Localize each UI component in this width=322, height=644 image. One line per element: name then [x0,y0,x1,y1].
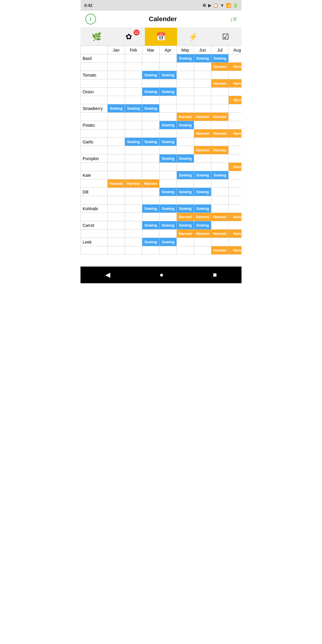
cell-kale-jul-row0: Sowing [211,171,229,179]
plant-name-cell [81,129,108,138]
plant-name-cell: Onion [81,88,108,96]
table-row: KaleSowingSowingSowing [81,171,242,179]
cell-strawberry-apr-row0 [160,104,177,113]
app-header: i Calender ↓≡ [80,11,242,28]
cell-kale-jul-row1 [211,179,229,188]
plant-name-cell [81,79,108,88]
cell-tomato-apr-row0: Sowing [160,71,177,79]
cell-onion-jan-row0 [108,88,125,96]
cell-kale-jan-row1: Harvest [108,179,125,188]
tab-alerts[interactable]: ✿ 12 [113,28,145,46]
table-row: HarvestHarvestHarvest [81,113,242,121]
plant-name-cell: Basil [81,54,108,63]
cell-kohlrabi-may-row0: Sowing [177,205,194,213]
cell-pumpkin-jun-row0 [194,154,211,163]
month-jan: Jan [108,46,125,54]
cell-dill-jun-row0: Sowing [194,188,211,196]
sort-button[interactable]: ↓≡ [230,15,237,23]
back-button[interactable]: ◀ [99,269,116,281]
cell-garlic-apr-row1 [160,146,177,154]
cell-onion-aug-row0 [229,88,242,96]
cell-kohlrabi-aug-row0 [229,205,242,213]
table-row: OnionSowingSowing [81,88,242,96]
table-row: HarvestHarvestHarvest [81,179,242,188]
cell-dill-mar-row1 [142,196,160,205]
cell-tomato-jan-row1 [108,79,125,88]
plant-name-cell: Tomato [81,71,108,79]
cell-pumpkin-jan-row0 [108,154,125,163]
plant-icon: 🌿 [92,32,101,41]
tab-plant[interactable]: 🌿 [80,28,113,46]
table-row: LeekSowingSowing [81,238,242,246]
cell-carrot-mar-row0: Sowing [142,221,160,230]
cell-pumpkin-jul-row0 [211,154,229,163]
cell-dill-mar-row0 [142,188,160,196]
info-button[interactable]: i [85,14,96,24]
cell-potato-jan-row1 [108,129,125,138]
signal-icon: 📶 [226,3,231,8]
cell-dill-jul-row1 [211,196,229,205]
cell-kale-mar-row1: Harvest [142,179,160,188]
cell-carrot-aug-row1: Harv [229,230,242,238]
cell-onion-may-row1 [177,96,194,104]
cell-kohlrabi-jun-row1: Harvest [194,213,211,221]
table-row: StrawberrySowingSowingSowing [81,104,242,113]
cell-kohlrabi-jul-row0 [211,205,229,213]
cell-potato-jan-row0 [108,121,125,129]
tab-tasks[interactable]: ☑ [209,28,242,46]
table-row: HarvestHarvestHarv [81,129,242,138]
watering-icon: ⚡ [188,32,198,41]
home-button[interactable]: ● [154,269,169,281]
plant-name-cell [81,213,108,221]
cell-garlic-jul-row1: Harvest [211,146,229,154]
page-title: Calender [149,15,177,23]
status-bar: 4:42 ⚙ ▶ 📋 ▼ 📶 🔋 [80,0,242,11]
cell-onion-apr-row1 [160,96,177,104]
cell-kohlrabi-jan-row0 [108,205,125,213]
cell-kale-aug-row0 [229,171,242,179]
table-row: GarlicSowingSowingSowing [81,138,242,146]
cell-dill-apr-row0: Sowing [160,188,177,196]
cell-strawberry-jul-row0 [211,104,229,113]
table-row: Harv [81,96,242,104]
cell-dill-may-row1 [177,196,194,205]
month-apr: Apr [160,46,177,54]
cell-onion-feb-row0 [125,88,142,96]
cell-strawberry-may-row0 [177,104,194,113]
recent-button[interactable]: ■ [207,269,223,281]
cell-kale-apr-row1 [160,179,177,188]
plant-name-cell [81,163,108,171]
cell-kale-aug-row1 [229,179,242,188]
cell-garlic-jun-row0 [194,138,211,146]
cell-tomato-apr-row1 [160,79,177,88]
cell-garlic-jun-row1: Harvest [194,146,211,154]
tab-calendar[interactable]: 📅 [145,28,177,46]
tab-watering[interactable]: ⚡ [177,28,209,46]
cell-potato-may-row1 [177,129,194,138]
cell-garlic-apr-row0: Sowing [160,138,177,146]
month-jul: Jul [211,46,229,54]
cell-tomato-aug-row0 [229,71,242,79]
cell-dill-apr-row1 [160,196,177,205]
table-row: HarvestHarv [81,79,242,88]
month-may: May [177,46,194,54]
cell-basil-aug-row1: Harv [229,63,242,71]
cell-pumpkin-may-row1 [177,163,194,171]
plant-name-cell [81,96,108,104]
cell-potato-jun-row1: Harvest [194,129,211,138]
play-icon: ▶ [208,3,211,8]
plant-name-cell: Potato [81,121,108,129]
cell-strawberry-jan-row0: Sowing [108,104,125,113]
table-row [81,196,242,205]
cell-dill-jan-row1 [108,196,125,205]
cell-strawberry-mar-row1 [142,113,160,121]
cell-strawberry-mar-row0: Sowing [142,104,160,113]
cell-strawberry-may-row1: Harvest [177,113,194,121]
cell-garlic-jan-row1 [108,146,125,154]
cell-dill-jan-row0 [108,188,125,196]
cell-basil-mar-row0 [142,54,160,63]
cell-onion-aug-row1: Harv [229,96,242,104]
month-mar: Mar [142,46,160,54]
cell-onion-may-row0 [177,88,194,96]
cell-tomato-jun-row1 [194,79,211,88]
